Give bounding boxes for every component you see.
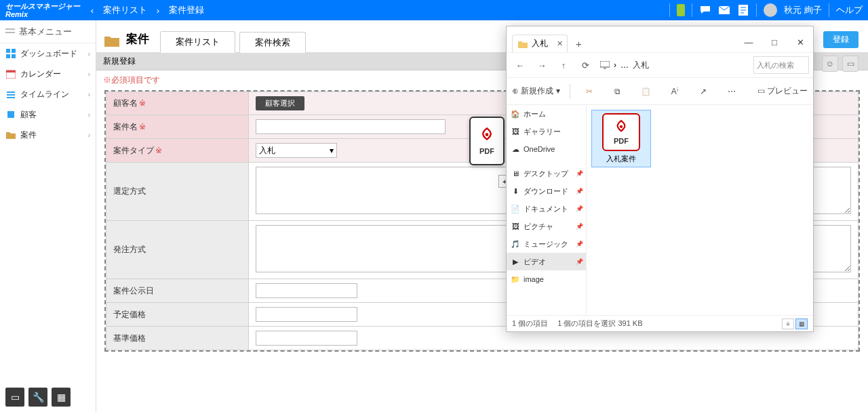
- screen-icon[interactable]: ▭: [842, 56, 859, 72]
- pdf-thumb: PDF: [602, 113, 640, 151]
- cloud-icon: ☁: [511, 144, 520, 154]
- brand-line2: Remix: [5, 10, 80, 18]
- customer-icon: [5, 109, 16, 120]
- explorer-tab[interactable]: 入札 ✕: [512, 35, 568, 52]
- est-price-input[interactable]: [256, 307, 357, 322]
- maximize-button[interactable]: □: [762, 32, 787, 52]
- side-home[interactable]: 🏠ホーム: [507, 105, 586, 123]
- view-list-button[interactable]: ≡: [782, 318, 794, 329]
- explorer-search[interactable]: 入札の検索: [753, 56, 809, 74]
- svg-rect-8: [7, 111, 14, 118]
- grid-button[interactable]: ▦: [52, 388, 71, 407]
- share-icon[interactable]: ↗: [694, 82, 713, 101]
- wrench-button[interactable]: 🔧: [28, 388, 47, 407]
- separator: [829, 3, 829, 17]
- sidebar-bottom-tools: ▭ 🔧 ▦: [0, 382, 96, 412]
- user-name[interactable]: 秋元 絢子: [784, 4, 822, 16]
- nav-refresh-button[interactable]: ⟳: [576, 56, 595, 75]
- status-indicator[interactable]: [677, 4, 685, 16]
- base-price-input[interactable]: [256, 331, 357, 346]
- case-type-dropdown[interactable]: 入札▾: [256, 143, 337, 158]
- explorer-titlebar[interactable]: 入札 ✕ + — □ ✕: [507, 26, 813, 52]
- status-item-count: 1 個の項目: [512, 318, 548, 329]
- robot-icon[interactable]: ☺: [822, 56, 838, 72]
- copy-icon[interactable]: ⧉: [608, 82, 627, 101]
- path-ellipsis[interactable]: …: [620, 60, 629, 70]
- note-icon[interactable]: [737, 4, 749, 16]
- pdf-icon: [477, 127, 496, 146]
- tab-case-search[interactable]: 案件検索: [239, 32, 306, 53]
- breadcrumb-item-1[interactable]: 案件リスト: [99, 4, 151, 16]
- breadcrumb-sep: ›: [151, 5, 165, 16]
- brand-line1: セールスマネージャー: [5, 2, 80, 10]
- file-item[interactable]: PDF 入札案件: [592, 110, 650, 167]
- svg-rect-7: [6, 70, 16, 73]
- svg-rect-10: [600, 61, 610, 67]
- side-gallery[interactable]: 🖼ギャラリー: [507, 123, 586, 140]
- sidebar-item-case[interactable]: 案件›: [0, 125, 96, 145]
- preview-button[interactable]: ▭ プレビュー: [757, 85, 808, 97]
- label-case-name: 案件名: [113, 122, 138, 131]
- more-icon[interactable]: ⋯: [722, 82, 741, 101]
- page-title: 案件: [126, 31, 149, 47]
- side-onedrive[interactable]: ☁OneDrive: [507, 140, 586, 158]
- case-name-input[interactable]: [256, 119, 446, 134]
- address-bar[interactable]: › … 入札: [597, 60, 751, 71]
- select-customer-button[interactable]: 顧客選択: [256, 96, 304, 110]
- nav-forward-button[interactable]: →: [532, 56, 551, 75]
- view-grid-button[interactable]: ▦: [795, 318, 808, 329]
- label-case-type: 案件タイプ: [113, 146, 154, 155]
- close-button[interactable]: ✕: [787, 32, 813, 52]
- sidebar-item-label: 顧客: [20, 109, 37, 121]
- float-icons: ☺ ▭: [822, 56, 859, 72]
- breadcrumb-back[interactable]: ‹: [85, 5, 99, 16]
- new-tab-button[interactable]: +: [576, 38, 582, 49]
- layout-button[interactable]: ▭: [5, 388, 24, 407]
- required-star: ※: [139, 98, 146, 108]
- chat-icon[interactable]: [699, 4, 711, 16]
- rename-icon[interactable]: Aⁱ: [665, 82, 684, 101]
- side-pictures[interactable]: 🖼ピクチャ📌: [507, 218, 586, 235]
- breadcrumb-item-2[interactable]: 案件登録: [165, 4, 208, 16]
- mail-icon[interactable]: [718, 4, 730, 16]
- folder-icon: [518, 40, 528, 48]
- avatar[interactable]: [764, 3, 777, 17]
- label-est-price: 予定価格: [106, 303, 249, 327]
- side-downloads[interactable]: ⬇ダウンロード📌: [507, 182, 586, 200]
- help-link[interactable]: ヘルプ: [836, 4, 863, 16]
- explorer-file-pane[interactable]: PDF 入札案件: [587, 105, 813, 315]
- side-documents[interactable]: 📄ドキュメント📌: [507, 200, 586, 218]
- publish-date-input[interactable]: [256, 283, 357, 298]
- sidebar-item-dashboard[interactable]: ダッシュボード›: [0, 43, 96, 64]
- cut-icon[interactable]: ✂: [580, 82, 599, 101]
- minimize-button[interactable]: —: [736, 32, 762, 52]
- download-icon: ⬇: [511, 186, 520, 196]
- side-music[interactable]: 🎵ミュージック📌: [507, 235, 586, 253]
- sidebar-item-timeline[interactable]: タイムライン›: [0, 84, 96, 104]
- side-image-folder[interactable]: 📁image: [507, 270, 586, 288]
- svg-point-11: [620, 125, 623, 128]
- pdf-icon: [612, 119, 630, 137]
- sidebar-item-calendar[interactable]: カレンダー›: [0, 64, 96, 84]
- chevron-right-icon: ›: [88, 111, 90, 119]
- nav-up-button[interactable]: ↑: [554, 56, 573, 75]
- explorer-nav: ← → ↑ ⟳ › … 入札 入札の検索: [507, 52, 813, 78]
- tab-case-list[interactable]: 案件リスト: [160, 31, 235, 53]
- status-selection: 1 個の項目を選択 391 KB: [557, 318, 642, 329]
- paste-icon[interactable]: 📋: [637, 82, 656, 101]
- path-segment[interactable]: 入札: [633, 60, 649, 71]
- sidebar-item-customer[interactable]: 顧客›: [0, 104, 96, 125]
- label-publish-date: 案件公示日: [106, 279, 249, 303]
- nav-back-button[interactable]: ←: [511, 56, 530, 75]
- drag-pdf-label: PDF: [479, 147, 494, 155]
- new-menu[interactable]: ⊕ 新規作成 ▾: [512, 85, 560, 97]
- side-videos[interactable]: ▶ビデオ📌: [507, 253, 586, 270]
- close-tab-icon[interactable]: ✕: [557, 39, 563, 48]
- required-star: ※: [155, 146, 162, 155]
- side-desktop[interactable]: 🖥デスクトップ📌: [507, 165, 586, 182]
- label-order-method: 発注方式: [106, 221, 249, 279]
- sidebar-heading: 基本メニュー: [0, 20, 96, 43]
- register-button[interactable]: 登録: [823, 31, 859, 48]
- separator: [756, 3, 757, 17]
- timeline-icon: [5, 89, 16, 100]
